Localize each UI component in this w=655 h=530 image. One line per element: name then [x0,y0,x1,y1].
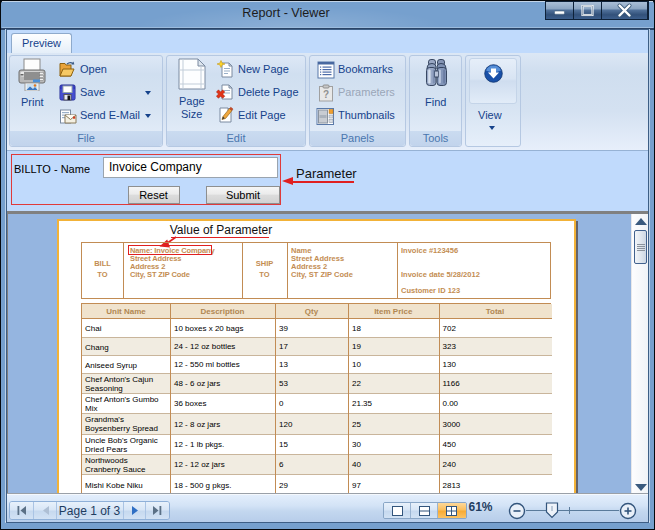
svg-text:?: ? [323,89,329,100]
